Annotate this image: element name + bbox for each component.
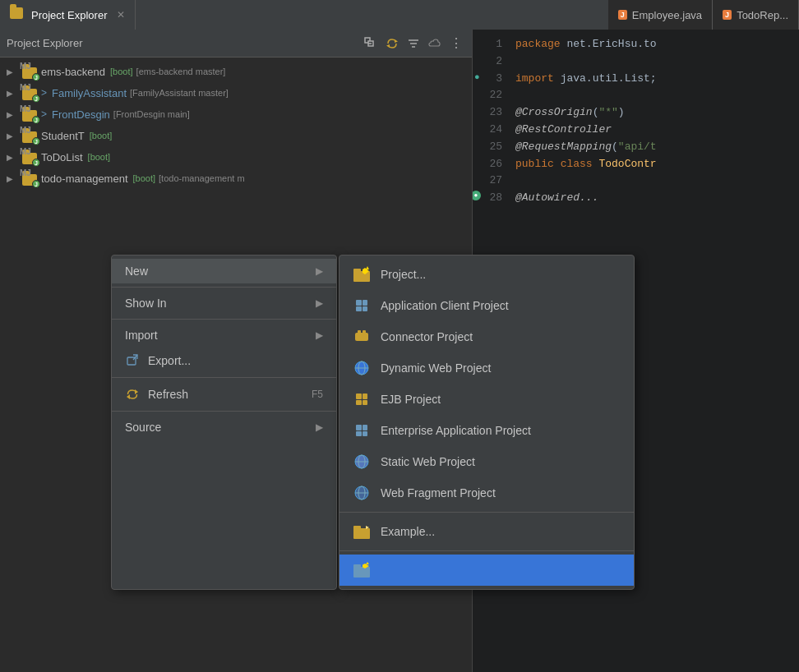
menu-item-refresh[interactable]: Refresh F5	[112, 381, 336, 407]
menu-item-export-left: Export...	[125, 353, 191, 368]
menu-item-new[interactable]: New ▶	[112, 259, 336, 283]
menu-item-new-left: New	[125, 265, 148, 278]
submenu-static-web-label: Static Web Project	[381, 455, 475, 468]
submenu-item-static-web[interactable]: Static Web Project	[339, 446, 634, 477]
svg-rect-13	[353, 269, 361, 273]
code-line-2: 2	[483, 53, 789, 71]
cloud-button[interactable]	[426, 35, 444, 53]
ems-boot-badge: [boot]	[110, 67, 133, 76]
family-branch: [FamilyAssistant master]	[130, 88, 229, 98]
menu-refresh-label: Refresh	[148, 388, 188, 401]
submenu-item-app-client[interactable]: Application Client Project	[339, 290, 634, 321]
tree-item-studentt[interactable]: ▶ MJ J StudentT [boot]	[0, 125, 472, 146]
svg-marker-15	[366, 266, 369, 269]
menu-export-label: Export...	[148, 354, 191, 367]
menu-item-import[interactable]: Import ▶	[112, 323, 336, 348]
editor-content: 1 package net.EricHsu.to 2 3● import jav…	[473, 30, 799, 214]
todo-boot-badge: [boot]	[88, 152, 111, 162]
tree-arrow-todo: ▶	[7, 153, 18, 162]
submenu-item-example[interactable]: Example...	[339, 516, 634, 547]
submenu-item-dynamic-web[interactable]: Dynamic Web Project	[339, 352, 634, 384]
submenu-item-ejb[interactable]: EJB Project	[339, 384, 634, 415]
other-icon	[353, 561, 371, 579]
family-project-name: FamilyAssistant	[52, 87, 127, 99]
tree-arrow-student: ▶	[7, 131, 18, 140]
svg-marker-10	[135, 389, 138, 394]
submenu-example-label: Example...	[381, 525, 435, 538]
submenu-web-fragment-label: Web Fragment Project	[381, 486, 496, 499]
family-expanded-arrow: >	[41, 87, 47, 99]
separator-4	[112, 411, 336, 412]
tree-item-frontdesgin[interactable]: ▶ MJ J > FrontDesgin [FrontDesgin main]	[0, 104, 472, 125]
filter-button[interactable]	[404, 35, 423, 53]
mgmt-project-name: todo-management	[41, 173, 128, 185]
menu-item-show-in-left: Show In	[125, 297, 167, 310]
tab-project-explorer-label: Project Explorer	[31, 9, 107, 21]
submenu-separator-2	[339, 550, 634, 551]
menu-item-source-left: Source	[125, 421, 161, 434]
code-line-22: 22	[483, 87, 789, 104]
svg-rect-18	[363, 330, 366, 334]
explorer-title-area: Project Explorer	[7, 37, 82, 49]
menu-item-show-in[interactable]: Show In ▶	[112, 291, 336, 315]
menu-item-source[interactable]: Source ▶	[112, 415, 336, 440]
sync-button[interactable]	[383, 35, 401, 53]
menu-item-refresh-left: Refresh	[125, 387, 188, 402]
separator-3	[112, 377, 336, 378]
dynamic-web-icon	[353, 359, 371, 377]
submenu-item-connector[interactable]: Connector Project	[339, 321, 634, 352]
more-options-button[interactable]: ⋮	[447, 35, 465, 53]
menu-new-arrow: ▶	[316, 265, 323, 277]
svg-marker-34	[366, 562, 369, 564]
menu-item-export[interactable]: Export...	[112, 348, 336, 374]
tree-arrow-ems: ▶	[7, 67, 18, 76]
tree-item-ems-backend[interactable]: ▶ MJ J ems-backend [boot] [ems-backend m…	[0, 61, 472, 82]
tab-project-explorer[interactable]: Project Explorer ✕	[0, 0, 136, 30]
context-menu-overlay: New ▶ Show In ▶ Import ▶	[111, 255, 635, 590]
tab-employee-java-label: Employee.java	[632, 9, 702, 21]
code-line-1: 1 package net.EricHsu.to	[483, 36, 789, 53]
ems-project-icon: MJ J	[21, 63, 38, 80]
submenu-item-enterprise[interactable]: Enterprise Application Project	[339, 415, 634, 446]
tree-item-todolist[interactable]: ▶ MJ J ToDoList [boot]	[0, 146, 472, 168]
connector-icon	[353, 328, 371, 346]
submenu-separator-1	[339, 512, 634, 513]
filter-icon	[408, 38, 419, 49]
ejb-icon	[353, 390, 371, 408]
tab-employee-java[interactable]: J Employee.java	[608, 0, 713, 30]
code-line-24: 24 @RestController	[483, 122, 789, 139]
explorer-tab-icon	[10, 7, 25, 22]
submenu-app-client-label: Application Client Project	[381, 299, 509, 312]
code-line-23: 23 @CrossOrigin("*")	[483, 104, 789, 122]
example-icon	[353, 522, 371, 541]
menu-refresh-shortcut: F5	[312, 389, 323, 400]
code-line-3: 3● import java.util.List;	[483, 71, 789, 88]
collapse-all-button[interactable]	[362, 35, 380, 53]
menu-import-label: Import	[125, 329, 158, 342]
todo-project-name: ToDoList	[41, 151, 83, 163]
family-project-icon: MJ J	[21, 85, 38, 101]
student-project-icon: MJ J	[21, 127, 38, 144]
code-line-27: 27	[483, 173, 789, 190]
tab-close-icon[interactable]: ✕	[117, 9, 125, 21]
tree-arrow-family: ▶	[7, 89, 18, 98]
todo-project-icon: MJ J	[21, 149, 38, 165]
tab-todorep[interactable]: J TodoRep...	[713, 0, 799, 30]
refresh-icon	[125, 387, 140, 402]
tree-item-todo-management[interactable]: ▶ MJ J todo-management [boot] [todo-mana…	[0, 168, 472, 189]
submenu-item-other[interactable]	[339, 555, 634, 586]
explorer-title-label: Project Explorer	[7, 37, 82, 49]
app-client-icon	[353, 297, 371, 315]
tab-bar: Project Explorer ✕ J Employee.java J Tod…	[0, 0, 799, 30]
tree-item-family[interactable]: ▶ MJ J > FamilyAssistant [FamilyAssistan…	[0, 82, 472, 104]
submenu-item-project[interactable]: Project...	[339, 259, 634, 290]
tree-arrow-front: ▶	[7, 110, 18, 119]
submenu-item-web-fragment[interactable]: Web Fragment Project	[339, 477, 634, 509]
mgmt-boot-badge: [boot]	[133, 173, 156, 183]
svg-rect-29	[353, 526, 361, 530]
menu-show-in-arrow: ▶	[316, 297, 323, 309]
more-icon: ⋮	[450, 37, 463, 50]
svg-marker-11	[127, 394, 130, 399]
code-line-26: 26 public class TodoContr	[483, 156, 789, 173]
code-line-28: 28● @Autowired...	[483, 190, 789, 207]
